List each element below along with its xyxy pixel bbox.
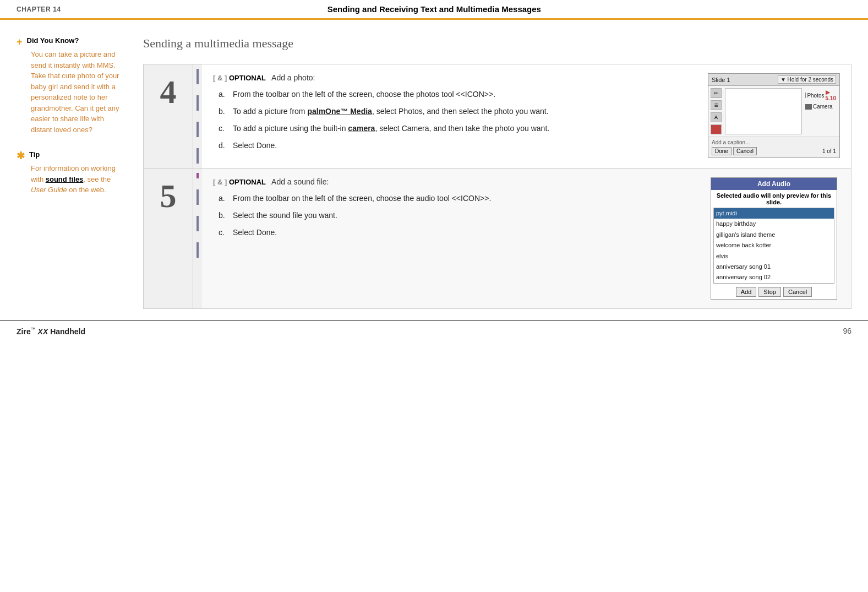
- step-4-screenshot: Slide 1 ▼ Hold for 2 seconds: [697, 64, 851, 168]
- sidebar: + Did You Know? You can take a picture a…: [17, 36, 138, 309]
- asterisk-icon: ✱: [17, 151, 25, 161]
- audio-list: pyt.midi happy birthday gilligan's islan…: [713, 208, 834, 284]
- step-4-marker-4: [196, 148, 199, 164]
- step-4-number-col: 4: [144, 64, 193, 168]
- step-4-item-a: a. From the toolbar on the left of the s…: [219, 89, 686, 100]
- did-you-know-text: You can take a picture and send it insta…: [17, 49, 127, 135]
- step-4-item-d-text: Select Done.: [233, 140, 686, 151]
- chapter-label: CHAPTER 14: [17, 6, 61, 13]
- step-5: 5 [ & ] OPTIONAL Add a sound file:: [144, 169, 851, 308]
- step-5-items: a. From the toolbar on the left of the s…: [213, 193, 686, 238]
- audio-item-pytmidi[interactable]: pyt.midi: [714, 208, 834, 219]
- camera-row[interactable]: Camera: [804, 102, 837, 111]
- step-5-marker-2: [196, 216, 199, 231]
- audio-dialog-subtitle: Selected audio will only preview for thi…: [711, 190, 837, 207]
- header-title: Sending and Receiving Text and Multimedi…: [327, 4, 541, 14]
- tip-label: Tip: [29, 150, 40, 159]
- audio-dialog-title: Add Audio: [711, 178, 837, 190]
- audio-item-anniversary2[interactable]: anniversary song 02: [714, 272, 834, 283]
- step-5-marker-1: [196, 189, 199, 205]
- audio-item-anniversary1[interactable]: anniversary song 01: [714, 262, 834, 272]
- step-4-item-d: d. Select Done.: [219, 140, 686, 151]
- brand-name: Zire: [17, 327, 31, 335]
- hold-button[interactable]: ▼ Hold for 2 seconds: [778, 75, 836, 84]
- step-4-items: a. From the toolbar on the left of the s…: [213, 89, 686, 151]
- step-5-item-a-text: From the toolbar on the left of the scre…: [233, 193, 686, 204]
- photo-dialog-titlebar: Slide 1 ▼ Hold for 2 seconds: [708, 74, 839, 86]
- photos-row[interactable]: Photos ▶ 5.10: [804, 88, 837, 102]
- audio-item-happybirthday[interactable]: happy birthday: [714, 219, 834, 229]
- step-4-item-b-text: To add a picture from palmOne™ Media, se…: [233, 106, 686, 117]
- text-a-icon[interactable]: [711, 112, 722, 122]
- step-4-optional-text: OPTIONAL: [229, 74, 266, 82]
- step-4-header: [ & ] OPTIONAL Add a photo:: [213, 73, 686, 82]
- step-4-item-a-label: a.: [219, 89, 228, 100]
- photo-dialog-footer: Add a caption... Done Cancel 1 of 1: [708, 137, 839, 157]
- step-4-header-text: Add a photo:: [271, 73, 315, 82]
- audio-cancel-button[interactable]: Cancel: [783, 287, 812, 297]
- audio-stop-button[interactable]: Stop: [758, 287, 781, 297]
- camera-label: Camera: [813, 104, 833, 110]
- step-5-optional-badge: [ & ] OPTIONAL: [213, 178, 266, 186]
- page-body: + Did You Know? You can take a picture a…: [0, 20, 868, 309]
- step-5-item-a: a. From the toolbar on the left of the s…: [219, 193, 686, 204]
- audio-item-elvis[interactable]: elvis: [714, 251, 834, 262]
- sidebar-tip: ✱ Tip For information on working with so…: [17, 150, 127, 195]
- step-5-screenshot: Add Audio Selected audio will only previ…: [697, 169, 851, 308]
- lines-icon[interactable]: [711, 100, 722, 110]
- sound-files-link[interactable]: sound files: [46, 175, 84, 183]
- plus-icon: +: [17, 37, 23, 47]
- photo-cancel-button[interactable]: Cancel: [733, 147, 757, 155]
- step-5-header-text: Add a sound file:: [271, 177, 329, 186]
- audio-dialog-footer: Add Stop Cancel: [711, 285, 837, 299]
- photo-done-button[interactable]: Done: [712, 147, 731, 155]
- page-footer: Zire™ XX Handheld 96: [0, 320, 868, 341]
- did-you-know-header: + Did You Know?: [17, 36, 127, 47]
- page-header: CHAPTER 14 Sending and Receiving Text an…: [0, 0, 868, 20]
- tip-text-after: , see the: [83, 175, 111, 183]
- step-5-marker-small: [196, 173, 199, 178]
- photo-canvas: [725, 88, 802, 134]
- photos-count: ▶ 5.10: [826, 89, 836, 101]
- audio-add-button[interactable]: Add: [736, 287, 757, 297]
- photos-label: Photos: [807, 93, 824, 99]
- photo-dialog-icons: [711, 88, 723, 134]
- photo-dialog-right: Photos ▶ 5.10 Camera: [804, 88, 837, 134]
- photo-dialog: Slide 1 ▼ Hold for 2 seconds: [708, 73, 840, 158]
- photo-page-info: 1 of 1: [822, 148, 836, 154]
- step-4-optional-badge: [ & ] OPTIONAL: [213, 74, 266, 82]
- caption-placeholder: Add a caption...: [712, 139, 836, 145]
- step-5-item-b-text: Select the sound file you want.: [233, 210, 686, 221]
- rect-icon[interactable]: [711, 124, 722, 134]
- handheld-label: Handheld: [50, 327, 85, 335]
- step-4-content: [ & ] OPTIONAL Add a photo: a. From the …: [202, 64, 697, 168]
- step-4-marker-1: [196, 69, 199, 84]
- step-4-item-c-text: To add a picture using the built-in came…: [233, 123, 686, 134]
- photo-dialog-body: Photos ▶ 5.10 Camera: [708, 86, 839, 137]
- step-4-markers: [193, 64, 202, 168]
- steps-container: 4 [ & ] OPTIONAL Add a photo:: [143, 64, 851, 309]
- palmone-media-link: palmOne™ Media: [307, 107, 372, 116]
- page-number: 96: [843, 327, 851, 335]
- step-4-item-d-label: d.: [219, 140, 228, 151]
- step-4-marker-3: [196, 122, 199, 137]
- step-4-item-a-text: From the toolbar on the left of the scre…: [233, 89, 686, 100]
- step-5-number: 5: [160, 180, 177, 213]
- step-5-markers: [193, 169, 202, 308]
- photo-dialog-footer-row: Done Cancel 1 of 1: [712, 147, 836, 155]
- step-4-marker-2: [196, 95, 199, 111]
- camera-link: camera: [348, 124, 375, 133]
- step-4-item-b: b. To add a picture from palmOne™ Media,…: [219, 106, 686, 117]
- step-4-item-c: c. To add a picture using the built-in c…: [219, 123, 686, 134]
- audio-item-kotter[interactable]: welcome back kotter: [714, 240, 834, 251]
- audio-item-gilligan[interactable]: gilligan's island theme: [714, 230, 834, 240]
- step-5-item-c: c. Select Done.: [219, 227, 686, 238]
- step-5-item-c-label: c.: [219, 227, 228, 238]
- footer-brand: Zire™ XX Handheld: [17, 327, 85, 336]
- step-4-item-b-label: b.: [219, 106, 228, 117]
- pencil-icon[interactable]: [711, 88, 722, 98]
- step-5-item-c-text: Select Done.: [233, 227, 686, 238]
- section-title: Sending a multimedia message: [143, 36, 851, 51]
- audio-dialog: Add Audio Selected audio will only previ…: [711, 177, 837, 300]
- user-guide-italic: User Guide: [31, 186, 67, 194]
